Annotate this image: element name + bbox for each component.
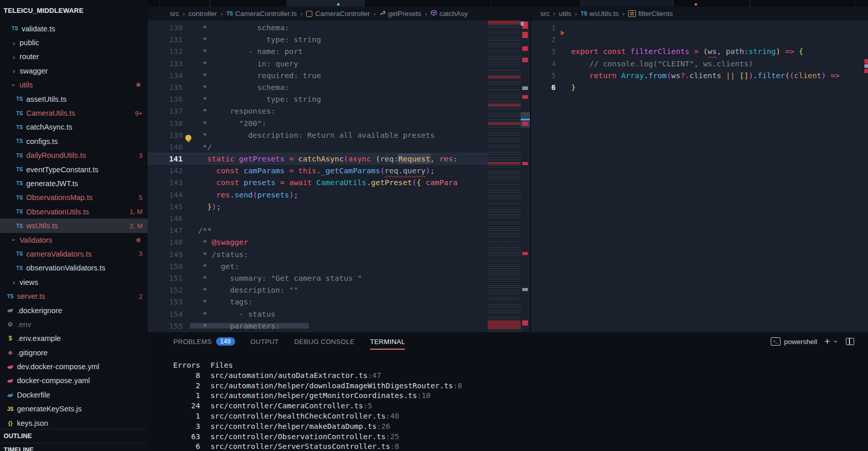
explorer-item-dailyRoundUtils.ts[interactable]: TSdailyRoundUtils.ts3 — [0, 149, 148, 163]
explorer-item-observationValidators.ts[interactable]: TSobservationValidators.ts — [0, 261, 148, 275]
breadcrumb-item[interactable]: src — [170, 10, 179, 17]
explorer-item-.gitignore[interactable]: ◆.gitignore — [0, 346, 148, 359]
explorer-item-configs.ts[interactable]: TSconfigs.ts — [0, 134, 148, 148]
code-line-3[interactable]: 3export const filterClients = (ws, path:… — [531, 45, 868, 57]
explorer-item-swagger[interactable]: ›swagger — [0, 64, 148, 78]
code-line-2[interactable]: 2 — [531, 33, 868, 45]
breadcrumb-item[interactable]: CameraController.ts — [235, 10, 297, 17]
code-line-142[interactable]: 142 const camParams = this._getCamParams… — [148, 165, 488, 176]
code-line-146[interactable]: 146 — [148, 212, 488, 224]
explorer-item-.env[interactable]: ⚙.env — [0, 317, 148, 331]
code-line-132[interactable]: 132 * - name: port — [148, 45, 488, 57]
explorer-item-utils[interactable]: ›utils — [0, 78, 148, 92]
horizontal-scrollbar[interactable] — [190, 323, 309, 329]
code-line-140[interactable]: 140 */ — [148, 141, 488, 153]
code-line-153[interactable]: 153 * tags: — [148, 296, 488, 308]
error-file-path[interactable]: src/automation/helper/getMonitorCoordina… — [210, 391, 431, 400]
code-line-133[interactable]: 133 * in: query — [148, 58, 488, 69]
code-line-152[interactable]: 152 * description: "" — [148, 284, 488, 296]
explorer-item-views[interactable]: ›views — [0, 275, 148, 289]
explorer-item-router[interactable]: ›router — [0, 50, 148, 64]
explorer-item-wsUtils.ts[interactable]: TSwsUtils.ts2, M — [0, 219, 148, 232]
explorer-item-validate.ts[interactable]: TSvalidate.ts — [0, 22, 148, 35]
code-line-5[interactable]: 5 return Array.from(ws?.clients || []).f… — [531, 69, 868, 81]
explorer-item-CameraUtils.ts[interactable]: TSCameraUtils.ts9+ — [0, 106, 148, 120]
code-line-148[interactable]: 148 * @swagger — [148, 236, 488, 248]
explorer-item-ObservationsMap.ts[interactable]: TSObservationsMap.ts5 — [0, 191, 148, 205]
breadcrumb-item[interactable]: utils — [559, 10, 571, 17]
code-line-137[interactable]: 137 * responses: — [148, 105, 488, 117]
tab-output[interactable]: OUTPUT — [251, 332, 279, 351]
code-line-145[interactable]: 145 }); — [148, 201, 488, 212]
code-line-147[interactable]: 147/** — [148, 224, 488, 236]
tab-problems[interactable]: PROBLEMS 149 — [173, 332, 235, 351]
code-line-6[interactable]: 6} — [531, 81, 868, 93]
explorer-item-assetUtils.ts[interactable]: TSassetUtils.ts — [0, 92, 148, 106]
code-text: * /status: — [183, 248, 248, 260]
code-line-130[interactable]: 130 * schema: — [148, 22, 488, 33]
explorer-item-.env.example[interactable]: $.env.example — [0, 332, 148, 346]
code-line-134[interactable]: 134 * required: true — [148, 69, 488, 81]
split-terminal-button[interactable] — [846, 338, 854, 345]
breadcrumb-item[interactable]: getPresets — [388, 10, 421, 17]
breadcrumb-item[interactable]: wsUtils.ts — [589, 10, 618, 17]
explorer-item-keys.json[interactable]: {}keys.json — [0, 416, 148, 430]
code-line-4[interactable]: 4 // console.log("CLEINT", ws.clients) — [531, 58, 868, 69]
code-line-135[interactable]: 135 * schema: — [148, 81, 488, 93]
shell-selector[interactable]: powershell — [784, 338, 818, 346]
code-line-150[interactable]: 150 * get: — [148, 260, 488, 272]
error-file-path[interactable]: src/automation/autoDataExtractor.ts:47 — [210, 371, 381, 380]
code-line-131[interactable]: 131 * type: string — [148, 33, 488, 45]
code-line-1[interactable]: 1 — [531, 22, 868, 33]
code-line-138[interactable]: 138 * "200": — [148, 117, 488, 129]
tab-terminal[interactable]: TERMINAL — [370, 332, 405, 351]
error-file-path[interactable]: src/controller/helper/makeDataDump.ts:26 — [210, 422, 390, 430]
overview-ruler[interactable] — [521, 21, 530, 332]
explorer-item-generateJWT.ts[interactable]: TSgenerateJWT.ts — [0, 176, 148, 190]
timeline-section-header[interactable]: TIMELINE — [0, 443, 148, 451]
code-line-144[interactable]: 144 res.send(presets); — [148, 189, 488, 201]
lightbulb-icon[interactable] — [185, 135, 191, 141]
code-editor-wsutils[interactable]: 123export const filterClients = (ws, pat… — [531, 21, 868, 332]
explorer-item-generateKeySets.js[interactable]: JSgenerateKeySets.js — [0, 402, 148, 416]
code-line-154[interactable]: 154 * - status — [148, 308, 488, 320]
error-file-path[interactable]: src/controller/ServerStatusController.ts… — [210, 442, 399, 450]
explorer-item-Dockerfile[interactable]: Dockerfile — [0, 388, 148, 402]
code-line-141[interactable]: 141 static getPresets = catchAsync(async… — [148, 153, 488, 165]
explorer-item-catchAsync.ts[interactable]: TScatchAsync.ts — [0, 120, 148, 134]
explorer-item-server.ts[interactable]: TSserver.ts2 — [0, 289, 148, 303]
inline-marker-icon[interactable] — [561, 30, 564, 35]
explorer-item-docker-compose.yaml[interactable]: docker-compose.yaml — [0, 374, 148, 388]
explorer-item-cameraValidators.ts[interactable]: TScameraValidators.ts3 — [0, 247, 148, 261]
explorer-item-ObservationUtils.ts[interactable]: TSObservationUtils.ts1, M — [0, 205, 148, 219]
new-terminal-button[interactable]: + — [824, 336, 830, 347]
explorer-item-eventTypeConstant.ts[interactable]: TSeventTypeConstant.ts — [0, 163, 148, 176]
code-line-151[interactable]: 151 * summary: "Get camera status " — [148, 272, 488, 284]
error-file-path[interactable]: src/controller/ObservationController.ts:… — [210, 432, 399, 441]
code-editor-cameracontroller[interactable]: 130 * schema:131 * type: string132 * - n… — [148, 21, 488, 332]
breadcrumb: src›controller›TSCameraController.ts›Cam… — [148, 7, 530, 21]
explorer-item-dev.docker-compose.yml[interactable]: dev.docker-compose.yml — [0, 359, 148, 373]
project-title[interactable]: TELEICU_MIDDLEWARE — [0, 0, 148, 22]
explorer-item-.dockerignore[interactable]: .dockerignore — [0, 303, 148, 317]
breadcrumb-item[interactable]: catchAsy — [439, 10, 468, 17]
explorer-item-Validators[interactable]: ›Validators — [0, 233, 148, 247]
outline-section-header[interactable]: OUTLINE — [0, 429, 148, 443]
code-line-149[interactable]: 149 * /status: — [148, 248, 488, 260]
breadcrumb-item[interactable]: CameraController — [315, 10, 370, 17]
minimap[interactable] — [488, 21, 521, 332]
code-line-136[interactable]: 136 * type: string — [148, 93, 488, 105]
error-file-path[interactable]: src/controller/CameraController.ts:5 — [210, 402, 372, 410]
terminal-output[interactable]: ErrorsFiles8src/automation/autoDataExtra… — [148, 360, 868, 451]
code-line-139[interactable]: 139 * description: Return all available … — [148, 129, 488, 141]
chevron-down-icon[interactable]: › — [832, 340, 841, 343]
tab-debug-console[interactable]: DEBUG CONSOLE — [294, 332, 355, 351]
breadcrumb-item[interactable]: filterClients — [639, 10, 673, 17]
breadcrumb-item[interactable]: src — [540, 10, 550, 17]
code-line-143[interactable]: 143 const presets = await CameraUtils.ge… — [148, 176, 488, 188]
error-file-path[interactable]: src/automation/helper/downloadImageWithD… — [210, 382, 462, 390]
overview-ruler[interactable] — [864, 21, 868, 332]
explorer-item-public[interactable]: ›public — [0, 35, 148, 49]
error-file-path[interactable]: src/controller/healthCheckController.ts:… — [210, 412, 399, 420]
breadcrumb-item[interactable]: controller — [188, 10, 217, 17]
